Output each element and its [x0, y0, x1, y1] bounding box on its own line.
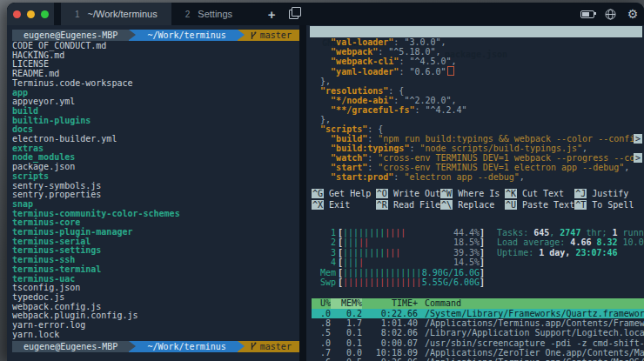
prompt-path: ~/Work/terminus [136, 341, 237, 352]
file-item: yarn.lock [12, 331, 299, 340]
nano-line: "webpack": "^5.18.0", [310, 47, 642, 57]
nano-segment: "build:typings" [331, 144, 409, 153]
file-name: README.md [12, 69, 59, 78]
nano-shortcut-bar: ^G Get Help^O Write Out^W Where Is^K Cut… [310, 189, 642, 217]
tabbar-spacer [311, 3, 576, 25]
nano-pane[interactable]: GNU nano 4.5 package.json "val-loader": … [306, 25, 644, 217]
process-mem: 0.1 [331, 328, 362, 338]
process-row[interactable]: .81.71:01.40/Applications/Terminus.app/C… [312, 318, 644, 328]
nano-segment: : [414, 105, 425, 115]
new-tab-button[interactable]: + [258, 3, 285, 25]
split-pane-button[interactable] [285, 3, 311, 25]
nano-shortcut: ^K Cut Text [505, 189, 574, 199]
settings-button[interactable]: ⚙ [621, 3, 644, 25]
nano-segment: , [452, 57, 457, 66]
meter-fill-normal: |||||||| [343, 228, 385, 237]
process-row[interactable]: .50.18:02.06/Library/Application Support… [312, 328, 644, 338]
process-cpu: .0 [312, 338, 331, 348]
shortcut-label: Justify [587, 189, 628, 198]
column-header-command[interactable]: Command [418, 298, 644, 308]
nano-line: "scripts": { [310, 124, 642, 134]
shell-prompt: eugene@Eugenes-MBP ~/Work/terminus maste… [12, 30, 299, 41]
nano-segment: : [393, 96, 404, 105]
file-name: app [12, 88, 28, 97]
tab-work-terminus[interactable]: 1 ~/Work/terminus [61, 3, 171, 25]
prompt-git-segment: master [245, 341, 299, 352]
shortcut-key: ^X [312, 200, 324, 210]
nano-shortcut: ^G Get Help [312, 189, 376, 199]
column-header-mem[interactable]: MEM% [331, 298, 362, 308]
meter-fill-kernel: ||||||||||||||| [343, 277, 421, 287]
split-pane-icon [289, 10, 299, 19]
htop-summary-line: Uptime: 1 day, 23:07:46 [497, 248, 644, 257]
minimize-button[interactable] [27, 10, 35, 18]
meter-fill-normal: |||||||| [343, 248, 385, 257]
meter-bar: ||||14.5% [343, 257, 480, 267]
file-name: HACKING.md [12, 50, 64, 60]
close-button[interactable] [13, 10, 21, 18]
summary-segment: thr; [580, 228, 612, 237]
process-time: 10:18.09 [362, 348, 418, 358]
file-name: tsconfig.json [12, 283, 80, 292]
shortcut-key: ^J [574, 189, 587, 198]
process-row[interactable]: .00.10:00.07/usr/sbin/screencapture -pdi… [312, 338, 644, 348]
summary-segment: Load average: [497, 237, 570, 247]
battery-button[interactable] [576, 3, 599, 25]
process-cpu: .5 [312, 328, 331, 338]
nano-editor: "val-loader": "3.0.0", "webpack": "^5.18… [310, 37, 642, 182]
nano-segment: "node scripts/build-typings.js" [419, 144, 582, 153]
nano-line: }, [310, 115, 642, 124]
file-name: CODE_OF_CONDUCT.md [12, 41, 106, 50]
file-item: HACKING.md [12, 51, 299, 61]
nano-segment: : [378, 47, 388, 57]
nano-shortcut: ^R Read File [376, 200, 440, 211]
nano-segment: "**/graceful-fs" [331, 105, 414, 115]
nano-shortcut: ^W Where Is [440, 189, 505, 199]
shortcut-label: Paste Text [517, 200, 574, 210]
nano-segment: "resolutions" [320, 86, 388, 96]
tab-settings[interactable]: 2 Settings [171, 3, 246, 25]
nano-segment: "^5.18.0" [388, 47, 435, 57]
tab-title: ~/Work/terminus [88, 9, 158, 19]
nano-segment: : [409, 144, 419, 153]
pane-divider[interactable] [299, 25, 306, 361]
file-name: typedoc.js [12, 292, 64, 302]
globe-button[interactable] [599, 3, 621, 25]
shortcut-label: Get Help [324, 189, 371, 198]
nano-shortcut: ^X Exit [312, 200, 376, 211]
powerline-arrow [129, 341, 136, 352]
nano-shortcut: ^T To Spell [574, 200, 639, 211]
process-command: /Applications/ZeroTier One.app/Contents/… [418, 348, 644, 358]
column-header-time[interactable]: TIME+ [362, 298, 418, 308]
process-row[interactable]: .60.50:26.06/Applications/Terminus.app/C… [312, 358, 644, 361]
file-name: build [12, 106, 38, 116]
meter-pipes: ||||||||||||||| [343, 277, 421, 287]
file-item: package.json [12, 163, 299, 172]
right-column: GNU nano 4.5 package.json "val-loader": … [306, 25, 644, 361]
nano-segment: "val-loader" [331, 37, 393, 47]
file-name: terminus-settings [12, 245, 101, 255]
zoom-button[interactable] [41, 10, 49, 18]
htop-summary: Tasks: 645, 2747 thr; 1 runningLoad aver… [497, 228, 644, 287]
process-table-header[interactable]: U%MEM%TIME+Command [312, 298, 644, 308]
shortcut-key: ^K [505, 189, 517, 198]
shortcut-label: To Spell [587, 200, 634, 210]
nano-segment [310, 47, 331, 57]
file-name: docs [12, 124, 33, 134]
nano-segment [310, 153, 331, 163]
column-header-u[interactable]: U% [312, 298, 331, 308]
process-time: 1:01.40 [362, 318, 418, 328]
nano-segment: "webpack" [331, 47, 378, 57]
shell-pane[interactable]: eugene@Eugenes-MBP ~/Work/terminus maste… [7, 25, 299, 361]
meter-pipes: ||||||||||||||| [343, 268, 421, 277]
meter-fill-kernel: |||| [385, 228, 406, 237]
meter-bar: |||||||||||39.3% [343, 248, 480, 257]
htop-pane[interactable]: 1[||||||||||||44.4%]2[|||||18.5%]3[|||||… [306, 217, 644, 361]
shortcut-key: ^W [440, 189, 453, 198]
file-name: terminus-ssh [12, 255, 75, 264]
globe-icon [605, 9, 616, 20]
process-row[interactable]: .70.010:18.09/Applications/ZeroTier One.… [312, 348, 644, 358]
process-cpu: .8 [312, 318, 331, 328]
process-row[interactable]: .00.20:22.66/System/Library/Frameworks/Q… [312, 309, 644, 318]
shell-prompt: eugene@Eugenes-MBP ~/Work/terminus maste… [12, 341, 299, 352]
